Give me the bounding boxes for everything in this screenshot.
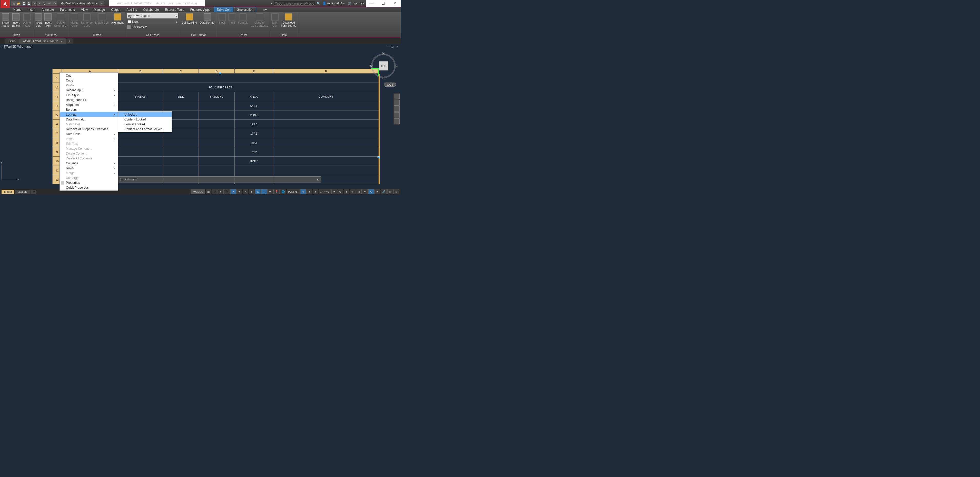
ctx-item-data-format-[interactable]: Data Format... — [60, 117, 118, 122]
table-cell[interactable]: 175.0 — [235, 120, 273, 129]
qat-dropdown-icon[interactable]: ▾ — [100, 1, 104, 6]
edit-borders-button[interactable]: Edit Borders — [127, 25, 178, 29]
ribbon-minimize-icon[interactable]: ▭▾ — [262, 8, 267, 11]
ctx-item-cut[interactable]: Cut — [60, 73, 118, 78]
ctx-sub-unlocked[interactable]: Unlocked — [118, 112, 172, 117]
qat-saveas-icon[interactable]: 💾 — [27, 1, 31, 6]
ctx-sub-format-locked[interactable]: Format Locked — [118, 122, 172, 127]
ctx-item-cell-style[interactable]: Cell Style▸ — [60, 92, 118, 97]
user-dropdown-icon[interactable]: ▾ — [343, 2, 345, 5]
sb-polar-icon[interactable]: ◔ — [230, 189, 236, 194]
workspace-dropdown[interactable]: ⚙ Drafting & Annotation — [59, 1, 98, 6]
qat-open-icon[interactable]: 📂 — [16, 1, 21, 6]
table-cell[interactable] — [199, 147, 235, 157]
ctx-item-locking[interactable]: Locking▸ — [60, 112, 118, 117]
vp-maximize-icon[interactable]: ☐ — [390, 45, 395, 48]
viewport-label[interactable]: [–][Top][2D Wireframe] — [2, 45, 32, 48]
sb-dropdown-icon[interactable]: ▾ — [249, 189, 255, 194]
qat-new-icon[interactable]: ▧ — [11, 1, 16, 6]
sb-ortho-icon[interactable]: └ — [224, 189, 230, 194]
table-cell[interactable] — [273, 147, 379, 157]
table-cell[interactable] — [118, 101, 163, 111]
col-header-c[interactable]: C — [163, 69, 199, 74]
table-cell[interactable] — [273, 157, 379, 166]
ctx-item-remove-all-property-overrides[interactable]: Remove All Property Overrides — [60, 127, 118, 132]
table-cell[interactable] — [199, 157, 235, 166]
table-cell[interactable] — [199, 129, 235, 138]
table-cell[interactable] — [118, 166, 163, 175]
tab-table-cell[interactable]: Table Cell — [214, 7, 233, 12]
tab-collaborate[interactable]: Collaborate — [140, 8, 161, 12]
sb-lineweight-icon[interactable]: ✲ — [300, 189, 306, 194]
minimize-button[interactable]: — — [366, 0, 377, 7]
ctx-item-alignment[interactable]: Alignment▸ — [60, 102, 118, 107]
maximize-button[interactable]: ☐ — [377, 0, 389, 7]
table-cell[interactable]: 177.6 — [235, 129, 273, 138]
table-cell[interactable] — [199, 138, 235, 147]
nav-wheel-icon[interactable] — [394, 94, 399, 100]
table-cell[interactable] — [199, 166, 235, 175]
search-icon[interactable]: 🔍 — [317, 2, 320, 5]
tab-express-tools[interactable]: Express Tools — [162, 8, 186, 12]
sb-plus-icon[interactable]: + — [350, 189, 355, 194]
sb-dropdown-icon[interactable]: ▾ — [218, 189, 224, 194]
tab-annotate[interactable]: Annotate — [39, 8, 56, 12]
sb-dropdown-icon[interactable]: ▾ — [344, 189, 349, 194]
table-header-cell[interactable]: COMMENT — [273, 92, 379, 101]
table-cell[interactable]: 1140.2 — [235, 111, 273, 120]
table-header-cell[interactable]: STATION — [118, 92, 163, 101]
layout-tab-layout1[interactable]: Layout1 — [15, 190, 30, 194]
ctx-item-background-fill[interactable]: Background Fill — [60, 97, 118, 102]
sb-ui-icon[interactable]: ▥ — [356, 189, 362, 194]
qat-openweb-icon[interactable]: ☁ — [32, 1, 37, 6]
ctx-item-borders-[interactable]: Borders... — [60, 107, 118, 112]
ctx-sub-content-locked[interactable]: Content Locked — [118, 117, 172, 122]
insert-left-button[interactable]: Insert Left — [35, 13, 42, 27]
help-icon[interactable]: ?▾ — [361, 2, 364, 5]
sb-dropdown-icon[interactable]: ▾ — [374, 189, 380, 194]
download-source-button[interactable]: Download from Source — [281, 13, 296, 27]
table-cell[interactable]: test2 — [235, 147, 273, 157]
table-cell[interactable] — [273, 120, 379, 129]
viewcube-n[interactable]: N — [382, 52, 385, 55]
table-cell[interactable] — [163, 101, 199, 111]
ctx-item-data-links[interactable]: Data Links▸ — [60, 132, 118, 136]
sb-refresh-icon[interactable]: ⟲ — [368, 189, 374, 194]
layout-tab-add[interactable]: + — [30, 190, 36, 194]
tab-home[interactable]: Home — [11, 8, 24, 12]
nav-orbit-icon[interactable] — [394, 112, 399, 118]
table-cell[interactable] — [118, 147, 163, 157]
table-cell[interactable] — [163, 147, 199, 157]
table-cell[interactable] — [163, 138, 199, 147]
alignment-button[interactable]: Alignment — [111, 13, 124, 24]
tab-manage[interactable]: Manage — [91, 8, 107, 12]
sb-customize-icon[interactable]: ≡ — [393, 189, 399, 194]
col-header-b[interactable]: B — [118, 69, 163, 74]
insert-right-button[interactable]: Insert Right — [45, 13, 52, 27]
table-cell[interactable] — [118, 138, 163, 147]
table-cell[interactable] — [235, 166, 273, 175]
table-cell[interactable] — [273, 129, 379, 138]
sb-scale-label[interactable]: 1" = 40' — [319, 189, 331, 194]
vp-minimize-icon[interactable]: — — [386, 45, 390, 48]
viewcube-s[interactable]: S — [382, 76, 385, 80]
selection-grip[interactable] — [219, 72, 221, 74]
table-cell[interactable]: TEST3 — [235, 157, 273, 166]
sb-gear-icon[interactable]: ⚙ — [337, 189, 343, 194]
ctx-item-recent-input[interactable]: Recent Input▸ — [60, 88, 118, 92]
sb-3dosnap-icon[interactable]: ▢ — [261, 189, 267, 194]
col-header-d[interactable]: D — [199, 69, 235, 74]
insert-below-button[interactable]: Insert Below — [12, 13, 20, 27]
insert-above-button[interactable]: Insert Above — [2, 13, 10, 27]
table-cell[interactable] — [273, 166, 379, 175]
sb-selection-icon[interactable]: ✶ — [313, 189, 318, 194]
doctab-start[interactable]: Start — [5, 38, 19, 44]
sb-osnap-icon[interactable]: ∠ — [255, 189, 261, 194]
col-header-f[interactable]: F — [273, 69, 379, 74]
sb-snap-icon[interactable]: ∷ — [212, 189, 218, 194]
app-exchange-icon[interactable]: △▾ — [354, 2, 358, 5]
qat-redo-icon[interactable]: ↷ — [52, 1, 57, 6]
ctx-item-columns[interactable]: Columns▸ — [60, 161, 118, 166]
sb-globe-icon[interactable]: 🌐 — [280, 189, 286, 194]
tab-view[interactable]: View — [78, 8, 90, 12]
